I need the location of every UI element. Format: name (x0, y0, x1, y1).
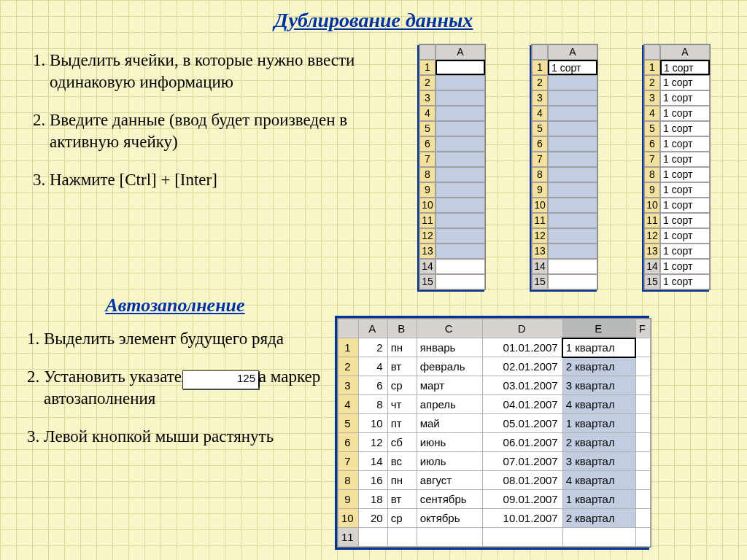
table-row: 816пнавгуст08.01.20074 квартал (338, 471, 651, 490)
mini-cell (548, 90, 597, 106)
mini-cell (436, 228, 485, 244)
mini-cell: 1 сорт (660, 213, 710, 228)
table-row: 612сбиюнь06.01.20072 квартал (338, 433, 651, 452)
mini-row-num: 12 (644, 228, 660, 244)
mini-cell (436, 213, 485, 228)
big-row-num: 2 (338, 357, 359, 376)
mini-row-num: 3 (644, 90, 660, 106)
mini-row-num: 8 (532, 167, 548, 182)
big-cell-f (635, 395, 650, 414)
mini-row-num: 11 (644, 213, 660, 228)
mini-cell (548, 228, 597, 244)
mini-cell: 1 сорт (660, 274, 710, 289)
big-cell-b: пн (387, 471, 417, 490)
mini-row-num: 14 (532, 259, 548, 274)
mini-row-num: 5 (419, 121, 436, 136)
big-cell-b: ср (387, 376, 417, 395)
mini-cell: 1 сорт (660, 60, 710, 75)
list2-item3: Левой кнопкой мыши растянуть (44, 426, 328, 448)
mini-cell: 1 сорт (660, 259, 710, 274)
big-cell-a: 16 (358, 471, 387, 490)
big-row-num: 11 (338, 528, 359, 547)
mini-cell (548, 213, 597, 228)
mini-cell (436, 274, 485, 289)
mini-cell: 1 сорт (660, 244, 710, 259)
big-cell-b: вс (387, 452, 417, 471)
big-cell-c: апрель (417, 395, 482, 414)
list-duplication: Выделить ячейки, в которые нужно ввести … (20, 50, 385, 206)
big-cell-f (635, 433, 650, 452)
big-cell-c: июль (417, 452, 482, 471)
mini-sheet-2: A 11 сорт23456789101112131415 (531, 44, 598, 290)
big-cell-d: 08.01.2007 (482, 471, 562, 490)
mini-cell (436, 259, 485, 274)
mini-row-num: 13 (419, 244, 436, 259)
big-row-num: 8 (338, 471, 359, 490)
mini-cell (436, 90, 485, 106)
mini-cell (436, 182, 485, 198)
big-cell-a: 14 (358, 452, 387, 471)
mini-cell (548, 152, 597, 167)
big-cell-b: сб (387, 433, 417, 452)
mini-row-num: 13 (532, 244, 548, 259)
table-row: 36срмарт03.01.20073 квартал (338, 376, 651, 395)
big-cell-a: 8 (358, 395, 387, 414)
big-cell-b: пн (387, 338, 417, 357)
table-row: 918втсентябрь09.01.20071 квартал (338, 490, 651, 509)
mini-row-num: 7 (644, 152, 660, 167)
mini-row-num: 15 (419, 274, 436, 289)
mini-row-num: 2 (419, 75, 436, 90)
mini-cell: 1 сорт (660, 75, 710, 90)
big-cell-f (635, 357, 650, 376)
mini1-colhead: A (436, 44, 485, 60)
mini-cell (436, 121, 485, 136)
big-cell-e: 4 квартал (562, 395, 635, 414)
mini-row-num: 5 (532, 121, 548, 136)
big-row-num: 5 (338, 414, 359, 433)
table-row: 714всиюль07.01.20073 квартал (338, 452, 651, 471)
big-cell-c: август (417, 471, 482, 490)
table-row: 1020сроктябрь10.01.20072 квартал (338, 509, 651, 528)
mini-cell: 1 сорт (660, 198, 710, 213)
big-cell-c: июнь (417, 433, 482, 452)
mini-cell: 1 сорт (660, 136, 710, 152)
big-cell-e: 2 квартал (562, 433, 635, 452)
mini-sheet-1: A 123456789101112131415 (419, 44, 486, 290)
mini-row-num: 12 (419, 228, 436, 244)
mini-row-num: 6 (532, 136, 548, 152)
mini-row-num: 1 (644, 60, 660, 75)
big-cell-e: 3 квартал (562, 376, 635, 395)
list2-item1: Выделить элемент будущего ряда (44, 328, 328, 350)
big-cell-f (635, 414, 650, 433)
big-col-d: D (482, 319, 562, 338)
mini-cell (436, 75, 485, 90)
mini-cell (436, 152, 485, 167)
mini-row-num: 3 (532, 90, 548, 106)
mini-cell: 1 сорт (660, 228, 710, 244)
big-row-num: 4 (338, 395, 359, 414)
mini2-colhead: A (548, 44, 597, 60)
mini-cell (436, 60, 485, 75)
big-col-e: E (562, 319, 635, 338)
table-row-empty: 11 (338, 528, 651, 547)
mini-row-num: 9 (419, 182, 436, 198)
mini-row-num: 14 (644, 259, 660, 274)
mini-cell (548, 106, 597, 121)
big-cell-a: 12 (358, 433, 387, 452)
mini-row-num: 9 (532, 182, 548, 198)
big-col-f: F (635, 319, 650, 338)
big-cell-d: 09.01.2007 (482, 490, 562, 509)
heading-duplication: Дублирование данных (0, 9, 747, 32)
mini-cell (548, 136, 597, 152)
mini-row-num: 5 (644, 121, 660, 136)
big-cell-d: 10.01.2007 (482, 509, 562, 528)
mini-row-num: 12 (532, 228, 548, 244)
big-header-row: A B C D E F (338, 319, 651, 338)
mini-sheet-3: A 11 сорт21 сорт31 сорт41 сорт51 сорт61 … (643, 44, 711, 290)
big-col-b: B (387, 319, 417, 338)
big-col-a: A (358, 319, 387, 338)
mini-row-num: 7 (532, 152, 548, 167)
mini-cell (548, 259, 597, 274)
table-row: 24втфевраль02.01.20072 квартал (338, 357, 651, 376)
mini-cell: 1 сорт (660, 167, 710, 182)
